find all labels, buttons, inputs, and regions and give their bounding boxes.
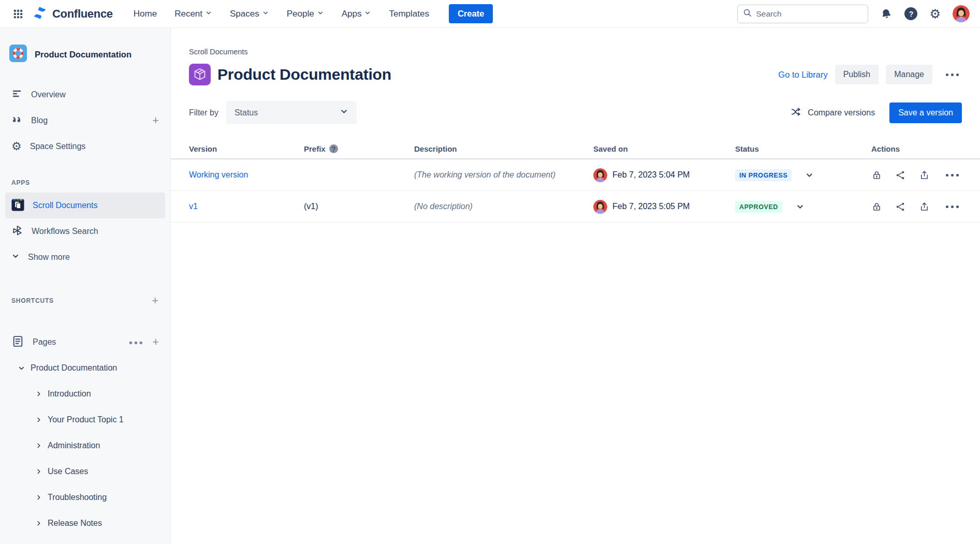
- nav-item-templates[interactable]: Templates: [389, 9, 429, 19]
- page-tree-item[interactable]: Release Notes: [5, 510, 165, 536]
- column-header-saved-on: Saved on: [593, 144, 735, 153]
- app-switcher-icon[interactable]: [9, 5, 27, 23]
- sidebar-item-space-settings[interactable]: ⚙ Space Settings: [5, 134, 165, 159]
- chevron-right-icon[interactable]: [35, 520, 42, 527]
- create-button[interactable]: Create: [449, 4, 493, 23]
- chevron-down-icon: [317, 9, 324, 19]
- version-link[interactable]: v1: [189, 202, 198, 211]
- sidebar-item-scroll-documents[interactable]: Scroll Documents: [5, 193, 165, 218]
- version-link[interactable]: Working version: [189, 170, 248, 179]
- add-blog-icon[interactable]: +: [152, 115, 159, 126]
- chevron-down-icon[interactable]: [18, 364, 25, 372]
- shortcuts-section-header: SHORTCUTS +: [5, 295, 165, 306]
- page-tree-item-root[interactable]: Product Documentation: [5, 355, 165, 381]
- status-expand-chevron-icon[interactable]: [805, 171, 814, 180]
- saved-by-avatar: [593, 168, 607, 182]
- chevron-right-icon[interactable]: [35, 416, 42, 423]
- share-icon[interactable]: [895, 170, 906, 181]
- saved-on-date: Feb 7, 2023 5:05 PM: [612, 202, 690, 211]
- nav-item-home[interactable]: Home: [134, 9, 157, 19]
- sidebar-item-workflows-search[interactable]: Workflows Search: [5, 218, 165, 244]
- page-title: Product Documentation: [217, 66, 391, 83]
- column-header-actions: Actions: [871, 144, 980, 153]
- space-sidebar: Product Documentation Overview Blog +: [0, 28, 171, 544]
- compare-versions-button[interactable]: Compare versions: [791, 106, 875, 120]
- column-header-prefix: Prefix ?: [304, 144, 414, 153]
- go-to-library-link[interactable]: Go to Library: [778, 70, 827, 80]
- saved-on-date: Feb 7, 2023 5:04 PM: [612, 170, 690, 180]
- main-content: Scroll Documents Product Documentation G…: [171, 28, 980, 544]
- topnav-right-group: ? ⚙: [737, 5, 970, 23]
- status-badge: IN PROGRESS: [735, 169, 792, 181]
- status-expand-chevron-icon[interactable]: [796, 202, 805, 211]
- add-shortcut-icon[interactable]: +: [152, 295, 159, 306]
- status-filter-dropdown[interactable]: Status: [226, 101, 357, 124]
- saved-by-avatar: [593, 200, 607, 214]
- scroll-documents-icon: [11, 198, 24, 213]
- search-box[interactable]: [737, 5, 868, 23]
- notification-bell-icon[interactable]: [880, 8, 893, 20]
- prefix-help-icon[interactable]: ?: [329, 144, 338, 153]
- shuffle-icon: [791, 106, 802, 120]
- page-tree-item[interactable]: Introduction: [5, 381, 165, 407]
- column-header-status: Status: [735, 144, 871, 153]
- gear-icon: ⚙: [11, 141, 22, 152]
- export-icon[interactable]: [919, 201, 930, 212]
- publish-button[interactable]: Publish: [835, 65, 879, 84]
- sidebar-item-pages[interactable]: Pages ●●● +: [5, 329, 165, 355]
- space-header[interactable]: Product Documentation: [5, 40, 165, 68]
- sidebar-item-blog[interactable]: Blog +: [5, 108, 165, 134]
- row-more-icon[interactable]: [943, 170, 962, 181]
- nav-item-apps[interactable]: Apps: [342, 9, 372, 19]
- search-input[interactable]: [756, 9, 862, 19]
- page-tree-item[interactable]: Your Product Topic 1: [5, 407, 165, 433]
- nav-item-spaces[interactable]: Spaces: [230, 9, 269, 19]
- help-icon[interactable]: ?: [904, 7, 917, 20]
- versions-table: Version Prefix ? Description Saved on St…: [171, 139, 980, 223]
- chevron-down-icon: [205, 9, 212, 19]
- confluence-logo-icon: [32, 5, 48, 23]
- space-name: Product Documentation: [35, 50, 131, 60]
- logo-wordmark: Confluence: [52, 7, 113, 21]
- overview-icon: [11, 88, 23, 101]
- chevron-right-icon[interactable]: [35, 468, 42, 475]
- manage-button[interactable]: Manage: [886, 65, 932, 84]
- sidebar-item-overview[interactable]: Overview: [5, 82, 165, 108]
- save-version-button[interactable]: Save a version: [889, 102, 962, 123]
- lock-icon[interactable]: [871, 201, 882, 212]
- row-more-icon[interactable]: [943, 201, 962, 212]
- column-header-description: Description: [414, 144, 593, 153]
- chevron-right-icon[interactable]: [35, 442, 42, 449]
- column-header-version: Version: [189, 144, 304, 153]
- breadcrumb[interactable]: Scroll Documents: [189, 48, 962, 56]
- status-badge: APPROVED: [735, 201, 782, 213]
- description-cell: (No description): [414, 202, 593, 211]
- export-icon[interactable]: [919, 170, 930, 181]
- prefix-cell: (v1): [304, 202, 414, 211]
- chevron-right-icon[interactable]: [35, 494, 42, 501]
- chevron-right-icon[interactable]: [35, 390, 42, 398]
- chevron-down-icon: [340, 107, 348, 118]
- space-logo-icon: [9, 45, 27, 64]
- settings-gear-icon[interactable]: ⚙: [929, 8, 941, 20]
- pages-more-icon[interactable]: ●●●: [129, 339, 144, 346]
- share-icon[interactable]: [895, 201, 906, 212]
- sidebar-item-show-more[interactable]: Show more: [5, 244, 165, 270]
- confluence-logo[interactable]: Confluence: [32, 5, 113, 23]
- nav-item-recent[interactable]: Recent: [174, 9, 212, 19]
- filter-label: Filter by: [189, 108, 218, 117]
- add-page-icon[interactable]: +: [152, 336, 159, 348]
- user-avatar[interactable]: [953, 5, 970, 22]
- workflows-icon: [11, 225, 23, 239]
- table-row: Working version (The working version of …: [171, 159, 980, 191]
- page-tree-item[interactable]: Use Cases: [5, 459, 165, 484]
- pages-icon: [11, 335, 24, 350]
- lock-icon[interactable]: [871, 170, 882, 181]
- apps-section-header: APPS: [5, 179, 165, 186]
- description-cell: (The working version of the document): [414, 170, 593, 180]
- page-tree-item[interactable]: Troubleshooting: [5, 484, 165, 510]
- chevron-down-icon: [11, 252, 20, 262]
- page-tree-item[interactable]: Administration: [5, 433, 165, 459]
- more-actions-icon[interactable]: [943, 69, 962, 80]
- nav-item-people[interactable]: People: [287, 9, 324, 19]
